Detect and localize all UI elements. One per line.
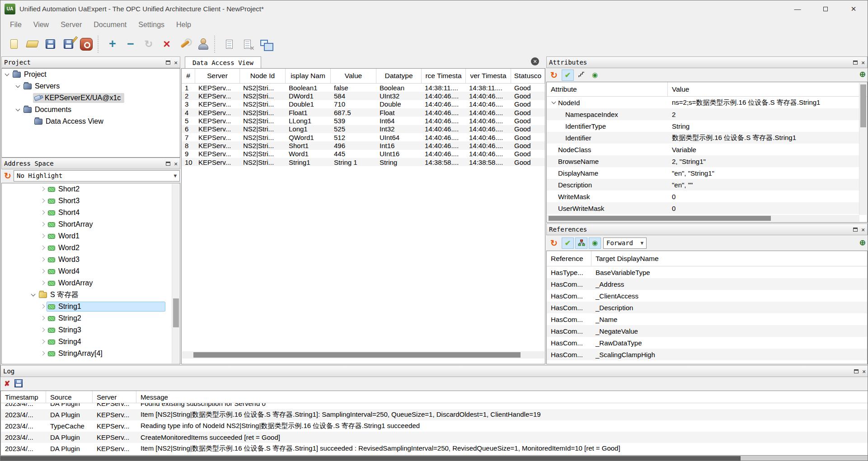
dav-column-header[interactable]: isplay Nam <box>286 69 331 83</box>
scrollbar-thumb[interactable] <box>193 352 521 358</box>
table-row[interactable]: 6KEPServ...NS2|Stri...Long1525Int3214:40… <box>182 125 545 133</box>
log-row[interactable]: 2023/4/...DA PluginKEPServ...Found exist… <box>1 403 868 409</box>
tab-data-access-view[interactable]: Data Access View <box>185 56 261 68</box>
address-space-item[interactable]: String1 <box>2 301 172 312</box>
column-header-target-displayname[interactable]: Target DisplayName <box>591 251 867 266</box>
column-header-value[interactable]: Value <box>668 82 867 96</box>
add-document-button[interactable] <box>220 35 238 53</box>
log-column-header[interactable]: Source <box>46 391 93 403</box>
log-row[interactable]: 2023/4/...DA PluginKEPServ...CreateMonit… <box>1 432 868 443</box>
dav-column-header[interactable]: Datatype <box>376 69 422 83</box>
address-space-item[interactable]: Word4 <box>2 265 172 277</box>
expander-icon[interactable] <box>39 221 47 228</box>
direction-select[interactable]: Forward ▼ <box>603 237 647 249</box>
attributes-vertical-scrollbar[interactable] <box>859 83 867 215</box>
menu-item-settings[interactable]: Settings <box>132 21 170 29</box>
follow-button[interactable]: ◉ <box>589 237 601 249</box>
dav-column-header[interactable]: Node Id <box>240 69 286 83</box>
table-row[interactable]: 1KEPServ...NS2|Stri...Boolean1falseBoole… <box>182 84 545 92</box>
log-column-header[interactable]: Timestamp <box>1 391 46 403</box>
scrollbar-thumb[interactable] <box>860 84 866 127</box>
table-row[interactable]: 4KEPServ...NS2|Stri...Float1687.5Float14… <box>182 108 545 116</box>
menu-item-help[interactable]: Help <box>170 21 197 29</box>
menu-item-view[interactable]: View <box>28 21 55 29</box>
menu-item-file[interactable]: File <box>4 21 28 29</box>
close-panel-icon[interactable]: ✕ <box>862 368 866 374</box>
auto-update-button[interactable]: ✔ <box>562 237 574 249</box>
table-row[interactable]: 9KEPServ...NS2|Stri...Word1445UInt1614:4… <box>182 150 545 158</box>
hierarchical-view-button[interactable] <box>575 237 587 249</box>
save-log-button[interactable] <box>14 379 23 387</box>
address-space-item[interactable]: String3 <box>2 324 172 336</box>
refresh-button[interactable]: ↻ <box>548 70 560 81</box>
dav-column-header[interactable]: Value <box>331 69 376 83</box>
expander-icon[interactable] <box>39 268 47 275</box>
expander-icon[interactable] <box>39 233 47 240</box>
dav-column-header[interactable]: rce Timesta <box>422 69 466 83</box>
log-row[interactable]: 2023/4/...DA PluginKEPServ...Item [NS2|S… <box>1 443 868 454</box>
expand-plus-icon[interactable]: ⊕ <box>859 70 866 79</box>
expander-icon[interactable] <box>14 83 22 90</box>
expander-icon[interactable] <box>39 197 47 205</box>
attribute-row[interactable]: BrowseName2, "String1" <box>547 155 859 167</box>
address-space-item[interactable]: Word2 <box>2 242 172 254</box>
dav-horizontal-scrollbar[interactable] <box>182 351 544 359</box>
reference-row[interactable]: HasCom..._RawDataType <box>547 337 867 349</box>
address-space-item[interactable]: Word3 <box>2 254 172 265</box>
address-space-item[interactable]: Short4 <box>2 207 172 219</box>
expander-icon[interactable] <box>39 315 47 322</box>
address-space-item[interactable]: Short3 <box>2 195 172 207</box>
attribute-row[interactable]: Identifier数据类型示例.16 位设备.S 寄存器.String1 <box>547 132 859 144</box>
refresh-icon[interactable]: ↻ <box>2 171 14 181</box>
project-tree-item[interactable]: KEPServerEX/UA@x1c <box>2 92 180 104</box>
expander-icon[interactable] <box>39 186 47 193</box>
address-space-item[interactable]: ShortArray <box>2 219 172 230</box>
save-project-as-button[interactable] <box>59 35 77 53</box>
menu-item-document[interactable]: Document <box>88 21 132 29</box>
expander-icon[interactable] <box>551 99 558 106</box>
close-button[interactable]: ✕ <box>840 0 868 17</box>
refresh-button[interactable]: ↻ <box>548 237 560 249</box>
change-user-button[interactable] <box>194 35 212 53</box>
expander-icon[interactable] <box>39 326 47 334</box>
attribute-row[interactable]: NodeIdns=2;s=数据类型示例.16 位设备.S 寄存器.String1 <box>547 97 859 108</box>
table-row[interactable]: 5KEPServ...NS2|Stri...LLong1539Int6414:4… <box>182 116 545 125</box>
save-project-button[interactable] <box>41 35 59 53</box>
reference-row[interactable]: HasCom..._ClientAccess <box>547 290 867 302</box>
expander-icon[interactable] <box>39 209 47 216</box>
reference-row[interactable]: HasCom..._Description <box>547 302 867 313</box>
expander-icon[interactable] <box>39 256 47 263</box>
address-space-item[interactable]: S 寄存器 <box>2 289 172 301</box>
expander-icon[interactable] <box>39 279 47 287</box>
remove-server-button[interactable]: − <box>122 35 140 53</box>
project-tree-item[interactable]: Documents <box>2 104 180 116</box>
add-server-button[interactable]: + <box>103 35 122 53</box>
change-perspective-button[interactable] <box>256 35 274 53</box>
address-space-vertical-scrollbar[interactable] <box>172 184 179 363</box>
column-header-reference[interactable]: Reference <box>547 251 591 266</box>
attributes-horizontal-scrollbar[interactable] <box>547 215 859 222</box>
table-row[interactable]: 8KEPServ...NS2|Stri...Short1496Int1614:4… <box>182 141 545 149</box>
project-tree-item[interactable]: Data Access View <box>2 116 180 127</box>
auto-update-button[interactable]: ✔ <box>562 70 574 81</box>
open-project-button[interactable] <box>23 35 41 53</box>
table-row[interactable]: 7KEPServ...NS2|Stri...QWord1512UInt6414:… <box>182 133 545 141</box>
address-space-item[interactable]: String4 <box>2 336 172 348</box>
dav-column-header[interactable]: Statusco <box>511 69 545 83</box>
attribute-row[interactable]: DisplayName"en", "String1" <box>547 167 859 179</box>
highlight-filter-select[interactable]: No Highlight ▼ <box>14 170 180 182</box>
project-tree-item[interactable]: Servers <box>2 80 180 92</box>
reference-row[interactable]: HasCom..._ScalingClampHigh <box>547 349 867 360</box>
expander-icon[interactable] <box>14 106 22 113</box>
remove-document-button[interactable]: ✕ <box>238 35 256 53</box>
expander-icon[interactable] <box>39 303 47 310</box>
log-horizontal-scrollbar[interactable] <box>0 456 868 461</box>
expander-icon[interactable] <box>39 244 47 251</box>
float-panel-icon[interactable] <box>166 162 170 166</box>
table-row[interactable]: 3KEPServ...NS2|Stri...Double1710Double14… <box>182 100 545 108</box>
close-panel-icon[interactable]: ✕ <box>174 60 178 65</box>
attribute-row[interactable]: WriteMask0 <box>547 191 859 202</box>
scrollbar-thumb[interactable] <box>0 456 741 461</box>
address-space-item[interactable]: StringArray[4] <box>2 348 172 359</box>
address-space-item[interactable]: Short2 <box>2 183 172 195</box>
